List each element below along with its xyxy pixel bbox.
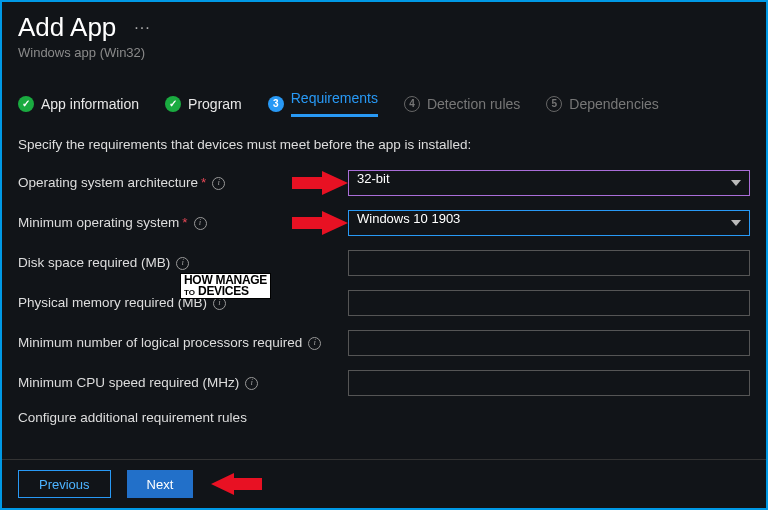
label-cpu-speed: Minimum CPU speed required (MHz) i: [18, 375, 348, 392]
info-icon[interactable]: i: [176, 257, 189, 270]
os-architecture-select[interactable]: 32-bit: [348, 170, 750, 196]
info-icon[interactable]: i: [245, 377, 258, 390]
chevron-down-icon: [731, 220, 741, 226]
cpu-count-input[interactable]: [348, 330, 750, 356]
watermark-logo: HOW MANAGE TO DEVICES: [180, 273, 271, 299]
label-os-architecture: Operating system architecture* i: [18, 175, 348, 192]
info-icon[interactable]: i: [308, 337, 321, 350]
instruction-text: Specify the requirements that devices mu…: [18, 137, 750, 152]
info-icon[interactable]: i: [212, 177, 225, 190]
svg-marker-2: [211, 473, 262, 495]
step-number-icon: 5: [546, 96, 562, 112]
label-disk-space: Disk space required (MB) i: [18, 255, 348, 272]
min-os-select[interactable]: Windows 10 1903: [348, 210, 750, 236]
step-dependencies[interactable]: 5 Dependencies: [546, 96, 659, 112]
check-icon: ✓: [18, 96, 34, 112]
step-number-icon: 3: [268, 96, 284, 112]
cpu-speed-input[interactable]: [348, 370, 750, 396]
configure-additional-rules: Configure additional requirement rules: [18, 410, 750, 425]
label-min-os: Minimum operating system* i: [18, 215, 348, 232]
step-requirements[interactable]: 3 Requirements: [268, 90, 378, 117]
annotation-arrow-icon: [209, 471, 264, 497]
step-app-information[interactable]: ✓ App information: [18, 96, 139, 112]
chevron-down-icon: [731, 180, 741, 186]
previous-button[interactable]: Previous: [18, 470, 111, 498]
check-icon: ✓: [165, 96, 181, 112]
page-title: Add App: [18, 12, 116, 43]
physical-memory-input[interactable]: [348, 290, 750, 316]
step-number-icon: 4: [404, 96, 420, 112]
disk-space-input[interactable]: [348, 250, 750, 276]
step-program[interactable]: ✓ Program: [165, 96, 242, 112]
step-detection-rules[interactable]: 4 Detection rules: [404, 96, 520, 112]
next-button[interactable]: Next: [127, 470, 194, 498]
more-actions-icon[interactable]: ···: [134, 19, 150, 37]
page-subtitle: Windows app (Win32): [18, 45, 750, 60]
info-icon[interactable]: i: [194, 217, 207, 230]
label-cpu-count: Minimum number of logical processors req…: [18, 335, 348, 352]
wizard-steps: ✓ App information ✓ Program 3 Requiremen…: [18, 90, 750, 117]
